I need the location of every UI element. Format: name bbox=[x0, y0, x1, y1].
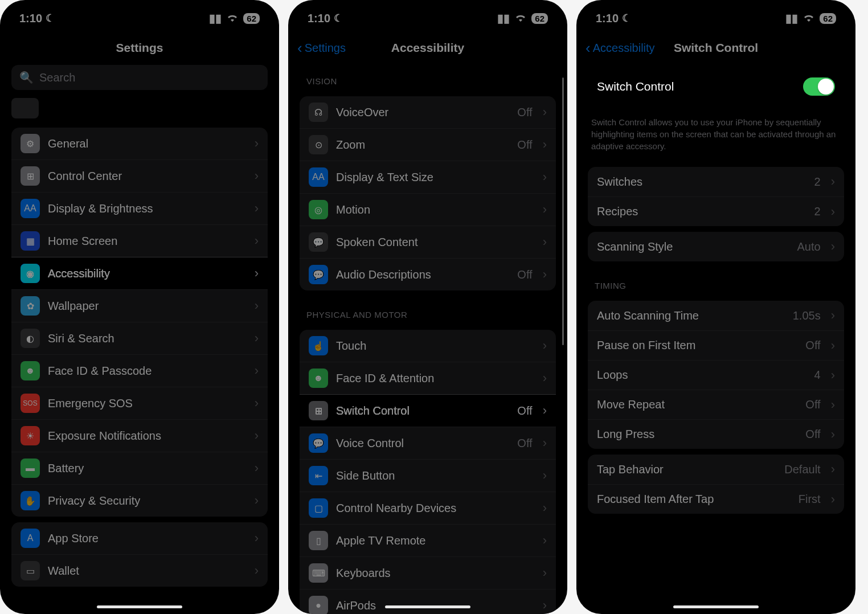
vision-group: ☊VoiceOverOff›⊙ZoomOff›AADisplay & Text … bbox=[300, 96, 556, 290]
home-indicator[interactable] bbox=[97, 605, 182, 608]
back-button[interactable]: ‹ Accessibility bbox=[586, 40, 655, 55]
row-label: Control Nearby Devices bbox=[336, 502, 535, 515]
list-item[interactable]: ☻Face ID & Passcode› bbox=[11, 354, 268, 387]
row-label: Wallpaper bbox=[48, 300, 247, 313]
list-item[interactable]: AADisplay & Text Size› bbox=[300, 161, 556, 193]
airpods-icon: ● bbox=[309, 596, 328, 614]
row-label: App Store bbox=[48, 532, 247, 545]
row-label: Face ID & Attention bbox=[336, 372, 535, 385]
row-label: Switch Control bbox=[336, 404, 509, 417]
list-item[interactable]: Loops4› bbox=[588, 360, 844, 390]
list-item[interactable]: ●AirPods› bbox=[300, 589, 556, 614]
switch-control-toggle-row[interactable]: Switch Control bbox=[587, 68, 845, 105]
wallet-icon: ▭ bbox=[21, 561, 40, 580]
chevron-right-icon: › bbox=[255, 234, 259, 248]
chevron-right-icon: › bbox=[255, 169, 259, 183]
wifi-icon bbox=[514, 12, 527, 25]
list-item[interactable]: AADisplay & Brightness› bbox=[11, 192, 268, 224]
home-indicator[interactable] bbox=[385, 605, 470, 608]
list-item[interactable]: ▢Control Nearby Devices› bbox=[300, 492, 556, 524]
chevron-right-icon: › bbox=[255, 298, 259, 313]
page-title: Switch Control bbox=[674, 41, 758, 55]
row-detail: 2 bbox=[814, 175, 821, 189]
list-item[interactable]: ☊VoiceOverOff› bbox=[300, 96, 556, 128]
home-screen-icon: ▦ bbox=[21, 231, 40, 251]
list-item[interactable]: ◐Siri & Search› bbox=[11, 322, 268, 354]
row-label: Display & Brightness bbox=[48, 202, 247, 215]
row-detail: Default bbox=[784, 463, 820, 476]
list-item[interactable]: Auto Scanning Time1.05s› bbox=[588, 301, 844, 330]
battery-indicator: 62 bbox=[820, 13, 836, 24]
list-item[interactable]: SOSEmergency SOS› bbox=[11, 387, 268, 419]
row-label: Wallet bbox=[48, 564, 247, 578]
home-indicator[interactable] bbox=[673, 605, 759, 608]
chevron-right-icon: › bbox=[543, 338, 547, 353]
list-item[interactable]: ☀Exposure Notifications› bbox=[11, 419, 268, 452]
status-time: 1:10 bbox=[308, 12, 330, 25]
switch-control-toggle[interactable] bbox=[803, 77, 835, 96]
list-item[interactable]: Long PressOff› bbox=[588, 419, 844, 449]
list-item[interactable]: ⊙ZoomOff› bbox=[300, 128, 556, 161]
nav-bar: Settings bbox=[0, 31, 279, 63]
list-item[interactable]: ▬Battery› bbox=[11, 452, 268, 484]
search-input[interactable]: 🔍 Search bbox=[11, 65, 268, 90]
list-item[interactable]: ✿Wallpaper› bbox=[11, 289, 268, 322]
row-label: Pause on First Item bbox=[597, 339, 797, 352]
list-item[interactable]: Move RepeatOff› bbox=[588, 390, 844, 419]
row-label: Loops bbox=[597, 369, 806, 382]
back-label: Settings bbox=[305, 42, 346, 55]
battery-icon: ▬ bbox=[21, 459, 40, 478]
back-button[interactable]: ‹ Settings bbox=[297, 40, 346, 55]
chevron-right-icon: › bbox=[543, 501, 547, 515]
list-item[interactable]: ✋Privacy & Security› bbox=[11, 484, 268, 517]
row-label: General bbox=[48, 137, 247, 150]
list-item[interactable]: Scanning StyleAuto› bbox=[588, 232, 844, 261]
list-item[interactable]: ▦Home Screen› bbox=[11, 224, 268, 257]
list-item[interactable]: 💬Spoken Content› bbox=[300, 226, 556, 258]
list-item[interactable]: ⇤Side Button› bbox=[300, 459, 556, 492]
list-item[interactable]: Tap BehaviorDefault› bbox=[588, 455, 844, 484]
list-item[interactable]: Recipes2› bbox=[588, 197, 844, 226]
row-label: Siri & Search bbox=[48, 332, 247, 345]
list-item[interactable]: ◉Accessibility› bbox=[11, 257, 268, 289]
chevron-left-icon: ‹ bbox=[297, 40, 302, 55]
privacy-security-icon: ✋ bbox=[21, 491, 40, 510]
list-item[interactable]: ⌨Keyboards› bbox=[300, 556, 556, 589]
row-label: Side Button bbox=[336, 469, 535, 482]
list-item[interactable]: 💬Audio DescriptionsOff› bbox=[300, 258, 556, 290]
list-item[interactable]: ⊞Control Center› bbox=[11, 159, 268, 192]
list-item[interactable]: ⊞Switch ControlOff› bbox=[300, 394, 556, 427]
chevron-right-icon: › bbox=[543, 403, 547, 418]
scroll-indicator[interactable] bbox=[562, 77, 564, 345]
motor-group: ☝Touch›☻Face ID & Attention›⊞Switch Cont… bbox=[300, 330, 556, 614]
tap-behavior-group: Tap BehaviorDefault›Focused Item After T… bbox=[588, 455, 844, 514]
list-item[interactable]: Focused Item After TapFirst› bbox=[588, 484, 844, 514]
status-bar: 1:10 ☾ ▮▮ 62 bbox=[576, 0, 855, 31]
nav-bar: ‹ Settings Accessibility bbox=[288, 31, 567, 63]
row-detail: Auto bbox=[797, 240, 821, 253]
row-detail: First bbox=[799, 493, 821, 506]
list-item[interactable]: ⚙General› bbox=[11, 128, 268, 159]
list-item[interactable]: ☝Touch› bbox=[300, 330, 556, 362]
status-time: 1:10 bbox=[596, 12, 619, 25]
row-label: Battery bbox=[48, 462, 247, 475]
list-item[interactable]: AApp Store› bbox=[11, 522, 268, 554]
row-label: Audio Descriptions bbox=[336, 268, 509, 281]
list-item[interactable]: ▭Wallet› bbox=[11, 554, 268, 587]
list-item[interactable]: Switches2› bbox=[588, 167, 844, 197]
row-detail: 4 bbox=[814, 369, 821, 382]
list-item[interactable]: ☻Face ID & Attention› bbox=[300, 362, 556, 394]
row-detail: Off bbox=[805, 398, 820, 411]
chevron-right-icon: › bbox=[831, 239, 835, 254]
chevron-right-icon: › bbox=[831, 338, 835, 353]
cellular-icon: ▮▮ bbox=[785, 11, 798, 25]
list-item[interactable]: ▯Apple TV Remote› bbox=[300, 524, 556, 556]
control-nearby-devices-icon: ▢ bbox=[309, 498, 328, 518]
list-item[interactable]: Pause on First ItemOff› bbox=[588, 330, 844, 360]
list-item[interactable]: 💬Voice ControlOff› bbox=[300, 427, 556, 459]
chevron-right-icon: › bbox=[255, 563, 259, 578]
row-detail: Off bbox=[805, 428, 820, 441]
nav-bar: ‹ Accessibility Switch Control bbox=[576, 31, 855, 63]
list-item[interactable]: ◎Motion› bbox=[300, 193, 556, 226]
display-brightness-icon: AA bbox=[21, 199, 40, 218]
